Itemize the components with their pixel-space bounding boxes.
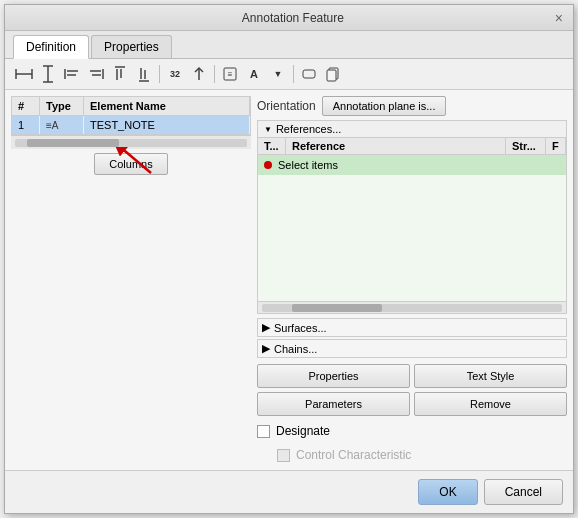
ref-col-f-header: F [546,138,566,154]
content-area: # Type Element Name 1 ≡A TEST_NOTE [5,90,573,470]
row-type: ≡A [40,116,84,134]
orientation-row: Orientation Annotation plane is... [257,96,567,116]
ref-table-header: T... Reference Str... F [258,138,566,155]
toolbar-btn-text[interactable]: ≡ [219,63,241,85]
cancel-button[interactable]: Cancel [484,479,563,505]
designate-checkbox[interactable] [257,425,270,438]
surfaces-row[interactable]: ▶ Surfaces... [257,318,567,337]
toolbar-btn-align-top[interactable] [109,63,131,85]
toolbar-btn-align-right[interactable] [85,63,107,85]
columns-btn-row: Columns [11,149,251,179]
dialog-title: Annotation Feature [33,11,553,25]
control-char-row: Control Characteristic [257,446,567,464]
svg-text:≡: ≡ [228,70,233,79]
table-row[interactable]: 1 ≡A TEST_NOTE [12,116,250,134]
orientation-label: Orientation [257,99,316,113]
properties-button[interactable]: Properties [257,364,410,388]
ref-row-select-items[interactable]: Select items [258,155,566,175]
ref-table-content: Select items [258,155,566,301]
tab-properties[interactable]: Properties [91,35,172,58]
toolbar-btn-dim-v[interactable] [37,63,59,85]
toolbar-btn-copy[interactable] [322,63,344,85]
toolbar-btn-arrow[interactable] [188,63,210,85]
references-section: ▼ References... T... Reference Str... F … [257,120,567,314]
text-style-button[interactable]: Text Style [414,364,567,388]
toolbar-btn-cloud[interactable] [298,63,320,85]
toolbar-btn-text-a[interactable]: A [243,63,265,85]
row-num: 1 [12,116,40,134]
ref-dot-icon [264,161,272,169]
toolbar-btn-dim-h[interactable] [13,63,35,85]
left-panel-wrapper: # Type Element Name 1 ≡A TEST_NOTE [11,96,251,464]
row-name: TEST_NOTE [84,116,250,134]
ok-button[interactable]: OK [418,479,477,505]
toolbar-btn-dropdown-a[interactable]: ▼ [267,63,289,85]
ref-row-text: Select items [278,159,338,171]
references-label: References... [276,123,341,135]
dialog: Annotation Feature × Definition Properti… [4,4,574,514]
col-header-type: Type [40,97,84,115]
chains-triangle-icon: ▶ [262,342,270,355]
ref-hscrollbar[interactable] [262,304,562,312]
surfaces-chains: ▶ Surfaces... ▶ Chains... [257,318,567,360]
col-header-name: Element Name [84,97,250,115]
right-panel: Orientation Annotation plane is... ▼ Ref… [257,96,567,464]
annotation-plane-button[interactable]: Annotation plane is... [322,96,447,116]
surfaces-label: Surfaces... [274,322,327,334]
surfaces-triangle-icon: ▶ [262,321,270,334]
ref-hscroll-thumb [292,304,382,312]
left-hscrollbar[interactable] [15,139,247,147]
toolbar-separator-1 [159,65,160,83]
columns-button[interactable]: Columns [94,153,167,175]
triangle-icon: ▼ [264,125,272,134]
references-header: ▼ References... [258,121,566,138]
table-header: # Type Element Name [12,97,250,116]
title-bar: Annotation Feature × [5,5,573,31]
ref-scroll-area [258,301,566,313]
toolbar-btn-align-bottom[interactable] [133,63,155,85]
toolbar-btn-number[interactable]: 32 [164,63,186,85]
left-panel: # Type Element Name 1 ≡A TEST_NOTE [11,96,251,135]
parameters-button[interactable]: Parameters [257,392,410,416]
chains-label: Chains... [274,343,317,355]
control-char-checkbox [277,449,290,462]
action-buttons: Properties Text Style Parameters Remove [257,364,567,416]
svg-rect-23 [327,70,336,81]
tab-definition[interactable]: Definition [13,35,89,59]
control-char-label: Control Characteristic [296,448,411,462]
toolbar: 32 ≡ A ▼ [5,59,573,90]
ref-col-ref-header: Reference [286,138,506,154]
designate-row: Designate [257,420,567,442]
svg-rect-21 [303,70,315,78]
toolbar-btn-align-left[interactable] [61,63,83,85]
toolbar-separator-2 [214,65,215,83]
tabs-container: Definition Properties [5,31,573,59]
col-header-num: # [12,97,40,115]
toolbar-separator-3 [293,65,294,83]
ref-col-str-header: Str... [506,138,546,154]
left-scroll-area [11,135,251,149]
footer: OK Cancel [5,470,573,513]
designate-label: Designate [276,424,330,438]
close-button[interactable]: × [553,11,565,25]
chains-row[interactable]: ▶ Chains... [257,339,567,358]
ref-col-t-header: T... [258,138,286,154]
left-hscroll-thumb [27,139,120,147]
remove-button[interactable]: Remove [414,392,567,416]
